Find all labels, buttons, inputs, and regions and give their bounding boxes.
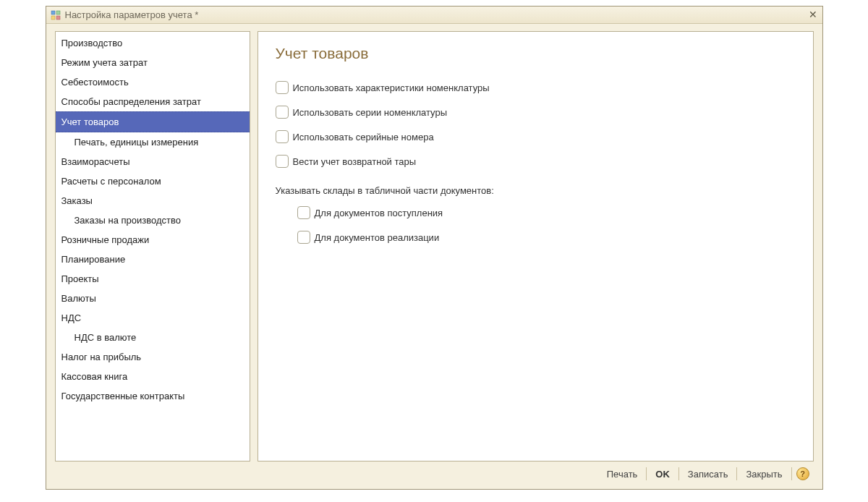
window-title: Настройка параметров учета * — [65, 9, 199, 20]
separator — [646, 467, 647, 480]
checkbox[interactable] — [276, 130, 289, 143]
title-bar: Настройка параметров учета * ✕ — [46, 7, 822, 24]
checkbox[interactable] — [276, 81, 289, 94]
svg-rect-3 — [56, 16, 60, 20]
window-body: ПроизводствоРежим учета затратСебестоимо… — [46, 24, 822, 489]
separator — [678, 467, 679, 480]
svg-rect-2 — [51, 16, 55, 20]
sidebar-item[interactable]: Валюты — [56, 289, 250, 308]
checkbox[interactable] — [297, 206, 310, 219]
content-panes: ПроизводствоРежим учета затратСебестоимо… — [55, 31, 814, 461]
section-label-warehouses: Указывать склады в табличной части докум… — [276, 185, 796, 196]
checkbox-row-characteristics[interactable]: Использовать характеристики номенклатуры — [276, 81, 796, 94]
sidebar-item[interactable]: Кассовая книга — [56, 367, 250, 386]
ok-button[interactable]: OK — [650, 467, 676, 482]
help-icon[interactable]: ? — [796, 467, 809, 480]
checkbox[interactable] — [297, 231, 310, 244]
sidebar-item[interactable]: Режим учета затрат — [56, 53, 250, 72]
checkbox-row-return-packaging[interactable]: Вести учет возвратной тары — [276, 155, 796, 168]
window-app-icon — [51, 10, 61, 20]
checkbox-label: Для документов поступления — [315, 208, 443, 218]
svg-rect-0 — [51, 11, 55, 14]
save-button[interactable]: Записать — [682, 467, 734, 482]
svg-rect-1 — [56, 11, 60, 14]
separator — [791, 467, 792, 480]
checkbox-row-incoming-docs[interactable]: Для документов поступления — [297, 206, 796, 219]
sidebar-item[interactable]: Расчеты с персоналом — [56, 171, 250, 191]
checkbox[interactable] — [276, 155, 289, 168]
sidebar-item[interactable]: Взаиморасчеты — [56, 152, 250, 171]
checkbox[interactable] — [276, 106, 289, 119]
close-button[interactable]: Закрыть — [740, 467, 788, 482]
sidebar: ПроизводствоРежим учета затратСебестоимо… — [55, 31, 250, 461]
sidebar-item[interactable]: НДС в валюте — [56, 328, 250, 347]
settings-window: Настройка параметров учета * ✕ Производс… — [46, 6, 823, 490]
checkbox-row-series[interactable]: Использовать серии номенклатуры — [276, 106, 796, 119]
main-panel: Учет товаров Использовать характеристики… — [258, 31, 814, 461]
footer-bar: Печать OK Записать Закрыть ? — [55, 461, 814, 483]
close-icon[interactable]: ✕ — [807, 9, 820, 20]
page-title: Учет товаров — [276, 45, 796, 62]
print-button[interactable]: Печать — [601, 467, 644, 482]
checkbox-row-serial-numbers[interactable]: Использовать серийные номера — [276, 130, 796, 143]
sidebar-item[interactable]: Проекты — [56, 269, 250, 289]
sidebar-item[interactable]: НДС — [56, 308, 250, 328]
sidebar-item[interactable]: Розничные продажи — [56, 230, 250, 250]
sidebar-item[interactable]: Заказы на производство — [56, 210, 250, 230]
sidebar-item[interactable]: Способы распределения затрат — [56, 92, 250, 111]
sidebar-item[interactable]: Заказы — [56, 191, 250, 210]
sidebar-item[interactable]: Налог на прибыль — [56, 347, 250, 367]
sidebar-item[interactable]: Государственные контракты — [56, 386, 250, 406]
checkbox-label: Использовать характеристики номенклатуры — [293, 82, 490, 93]
checkbox-row-sales-docs[interactable]: Для документов реализации — [297, 231, 796, 244]
checkbox-label: Использовать серии номенклатуры — [293, 107, 448, 118]
sidebar-item[interactable]: Учет товаров — [56, 111, 250, 132]
checkbox-label: Использовать серийные номера — [293, 132, 434, 142]
checkbox-label: Вести учет возвратной тары — [293, 156, 417, 167]
checkbox-label: Для документов реализации — [315, 232, 440, 243]
sidebar-item[interactable]: Себестоимость — [56, 72, 250, 92]
separator — [736, 467, 737, 480]
sidebar-item[interactable]: Производство — [56, 33, 250, 53]
sidebar-item[interactable]: Планирование — [56, 250, 250, 269]
sidebar-item[interactable]: Печать, единицы измерения — [56, 132, 250, 152]
